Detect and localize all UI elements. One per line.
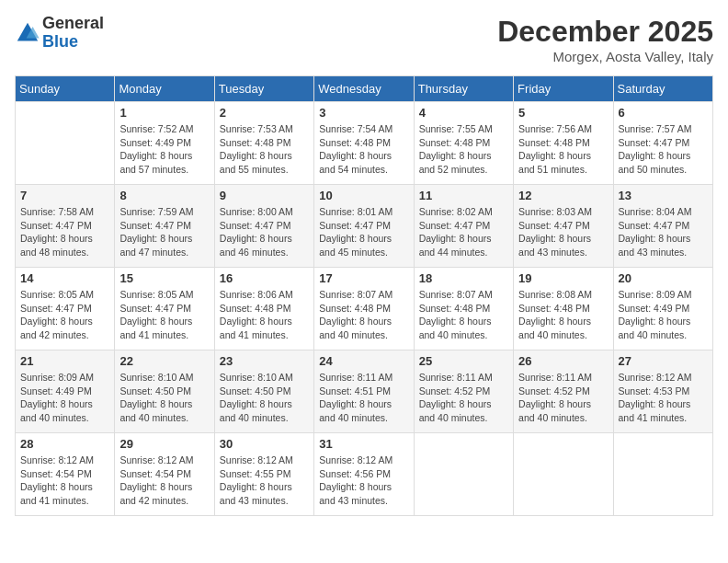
calendar-cell: 15Sunrise: 8:05 AMSunset: 4:47 PMDayligh… xyxy=(115,268,214,350)
calendar-cell: 29Sunrise: 8:12 AMSunset: 4:54 PMDayligh… xyxy=(115,433,214,516)
day-header-thursday: Thursday xyxy=(414,76,513,102)
calendar-cell: 18Sunrise: 8:07 AMSunset: 4:48 PMDayligh… xyxy=(414,268,513,350)
calendar-cell: 10Sunrise: 8:01 AMSunset: 4:47 PMDayligh… xyxy=(314,185,414,268)
day-number: 27 xyxy=(619,354,708,368)
day-number: 2 xyxy=(220,106,309,120)
cell-content: Sunrise: 8:10 AMSunset: 4:50 PMDaylight:… xyxy=(119,371,209,425)
calendar-week-row: 1Sunrise: 7:52 AMSunset: 4:49 PMDaylight… xyxy=(16,102,713,185)
cell-content: Sunrise: 7:53 AMSunset: 4:48 PMDaylight:… xyxy=(220,122,309,177)
calendar-table: SundayMondayTuesdayWednesdayThursdayFrid… xyxy=(15,75,713,516)
day-number: 22 xyxy=(119,354,209,368)
day-number: 29 xyxy=(119,437,209,451)
cell-content: Sunrise: 8:12 AMSunset: 4:53 PMDaylight:… xyxy=(619,371,708,425)
calendar-week-row: 7Sunrise: 7:58 AMSunset: 4:47 PMDaylight… xyxy=(16,185,713,268)
day-number: 20 xyxy=(619,271,708,285)
calendar-cell: 23Sunrise: 8:10 AMSunset: 4:50 PMDayligh… xyxy=(214,350,313,433)
calendar-cell: 25Sunrise: 8:11 AMSunset: 4:52 PMDayligh… xyxy=(414,350,513,433)
cell-content: Sunrise: 8:09 AMSunset: 4:49 PMDaylight:… xyxy=(20,371,109,425)
day-number: 9 xyxy=(220,189,309,202)
day-number: 18 xyxy=(419,271,508,285)
page-header: General Blue December 2025 Morgex, Aosta… xyxy=(15,15,713,64)
cell-content: Sunrise: 7:55 AMSunset: 4:48 PMDaylight:… xyxy=(419,122,508,177)
cell-content: Sunrise: 8:08 AMSunset: 4:48 PMDaylight:… xyxy=(518,288,608,342)
calendar-cell: 7Sunrise: 7:58 AMSunset: 4:47 PMDaylight… xyxy=(16,185,115,268)
day-number: 1 xyxy=(119,106,209,120)
calendar-cell xyxy=(514,433,613,516)
cell-content: Sunrise: 8:11 AMSunset: 4:52 PMDaylight:… xyxy=(518,371,608,425)
cell-content: Sunrise: 8:01 AMSunset: 4:47 PMDaylight:… xyxy=(319,205,408,259)
calendar-cell: 19Sunrise: 8:08 AMSunset: 4:48 PMDayligh… xyxy=(514,268,613,350)
calendar-cell: 16Sunrise: 8:06 AMSunset: 4:48 PMDayligh… xyxy=(214,268,313,350)
calendar-week-row: 14Sunrise: 8:05 AMSunset: 4:47 PMDayligh… xyxy=(16,268,713,350)
day-header-saturday: Saturday xyxy=(613,76,712,102)
cell-content: Sunrise: 7:58 AMSunset: 4:47 PMDaylight:… xyxy=(20,205,109,259)
day-number: 11 xyxy=(419,189,508,202)
day-number: 6 xyxy=(619,106,708,120)
day-number: 5 xyxy=(518,106,608,120)
day-number: 23 xyxy=(220,354,309,368)
day-number: 15 xyxy=(119,271,209,285)
cell-content: Sunrise: 8:00 AMSunset: 4:47 PMDaylight:… xyxy=(220,205,309,259)
cell-content: Sunrise: 8:05 AMSunset: 4:47 PMDaylight:… xyxy=(119,288,209,342)
day-number: 26 xyxy=(518,354,608,368)
calendar-cell: 22Sunrise: 8:10 AMSunset: 4:50 PMDayligh… xyxy=(115,350,214,433)
logo-icon xyxy=(15,20,40,46)
day-header-tuesday: Tuesday xyxy=(214,76,313,102)
cell-content: Sunrise: 7:54 AMSunset: 4:48 PMDaylight:… xyxy=(319,122,408,177)
calendar-cell: 21Sunrise: 8:09 AMSunset: 4:49 PMDayligh… xyxy=(16,350,115,433)
calendar-cell: 3Sunrise: 7:54 AMSunset: 4:48 PMDaylight… xyxy=(314,102,414,185)
location: Morgex, Aosta Valley, Italy xyxy=(497,49,713,64)
day-number: 21 xyxy=(20,354,109,368)
calendar-cell: 20Sunrise: 8:09 AMSunset: 4:49 PMDayligh… xyxy=(613,268,712,350)
day-number: 14 xyxy=(20,271,109,285)
cell-content: Sunrise: 8:11 AMSunset: 4:51 PMDaylight:… xyxy=(319,371,408,425)
logo: General Blue xyxy=(15,15,104,52)
cell-content: Sunrise: 7:52 AMSunset: 4:49 PMDaylight:… xyxy=(119,122,209,177)
day-header-sunday: Sunday xyxy=(16,76,115,102)
day-number: 12 xyxy=(518,189,608,202)
cell-content: Sunrise: 8:12 AMSunset: 4:54 PMDaylight:… xyxy=(20,454,109,508)
cell-content: Sunrise: 7:59 AMSunset: 4:47 PMDaylight:… xyxy=(119,205,209,259)
cell-content: Sunrise: 8:10 AMSunset: 4:50 PMDaylight:… xyxy=(220,371,309,425)
day-number: 24 xyxy=(319,354,408,368)
cell-content: Sunrise: 8:07 AMSunset: 4:48 PMDaylight:… xyxy=(419,288,508,342)
cell-content: Sunrise: 7:56 AMSunset: 4:48 PMDaylight:… xyxy=(518,122,608,177)
calendar-cell: 17Sunrise: 8:07 AMSunset: 4:48 PMDayligh… xyxy=(314,268,414,350)
day-number: 17 xyxy=(319,271,408,285)
calendar-cell: 4Sunrise: 7:55 AMSunset: 4:48 PMDaylight… xyxy=(414,102,513,185)
day-header-friday: Friday xyxy=(514,76,613,102)
day-number: 16 xyxy=(220,271,309,285)
cell-content: Sunrise: 8:07 AMSunset: 4:48 PMDaylight:… xyxy=(319,288,408,342)
calendar-cell: 30Sunrise: 8:12 AMSunset: 4:55 PMDayligh… xyxy=(214,433,313,516)
calendar-cell: 26Sunrise: 8:11 AMSunset: 4:52 PMDayligh… xyxy=(514,350,613,433)
cell-content: Sunrise: 8:09 AMSunset: 4:49 PMDaylight:… xyxy=(619,288,708,342)
day-number: 7 xyxy=(20,189,109,202)
day-number: 19 xyxy=(518,271,608,285)
day-header-wednesday: Wednesday xyxy=(314,76,414,102)
day-number: 13 xyxy=(619,189,708,202)
cell-content: Sunrise: 7:57 AMSunset: 4:47 PMDaylight:… xyxy=(619,122,708,177)
calendar-week-row: 21Sunrise: 8:09 AMSunset: 4:49 PMDayligh… xyxy=(16,350,713,433)
calendar-week-row: 28Sunrise: 8:12 AMSunset: 4:54 PMDayligh… xyxy=(16,433,713,516)
cell-content: Sunrise: 8:12 AMSunset: 4:56 PMDaylight:… xyxy=(319,454,408,508)
logo-general: General xyxy=(42,15,104,33)
calendar-cell: 12Sunrise: 8:03 AMSunset: 4:47 PMDayligh… xyxy=(514,185,613,268)
calendar-cell: 2Sunrise: 7:53 AMSunset: 4:48 PMDaylight… xyxy=(214,102,313,185)
month-title: December 2025 xyxy=(497,15,713,49)
cell-content: Sunrise: 8:12 AMSunset: 4:54 PMDaylight:… xyxy=(119,454,209,508)
calendar-cell: 5Sunrise: 7:56 AMSunset: 4:48 PMDaylight… xyxy=(514,102,613,185)
logo-blue: Blue xyxy=(42,33,104,52)
calendar-header-row: SundayMondayTuesdayWednesdayThursdayFrid… xyxy=(16,76,713,102)
calendar-cell: 11Sunrise: 8:02 AMSunset: 4:47 PMDayligh… xyxy=(414,185,513,268)
calendar-cell: 1Sunrise: 7:52 AMSunset: 4:49 PMDaylight… xyxy=(115,102,214,185)
cell-content: Sunrise: 8:06 AMSunset: 4:48 PMDaylight:… xyxy=(220,288,309,342)
day-number: 25 xyxy=(419,354,508,368)
cell-content: Sunrise: 8:02 AMSunset: 4:47 PMDaylight:… xyxy=(419,205,508,259)
cell-content: Sunrise: 8:11 AMSunset: 4:52 PMDaylight:… xyxy=(419,371,508,425)
day-number: 30 xyxy=(220,437,309,451)
cell-content: Sunrise: 8:12 AMSunset: 4:55 PMDaylight:… xyxy=(220,454,309,508)
day-number: 8 xyxy=(119,189,209,202)
day-header-monday: Monday xyxy=(115,76,214,102)
cell-content: Sunrise: 8:03 AMSunset: 4:47 PMDaylight:… xyxy=(518,205,608,259)
calendar-cell: 28Sunrise: 8:12 AMSunset: 4:54 PMDayligh… xyxy=(16,433,115,516)
